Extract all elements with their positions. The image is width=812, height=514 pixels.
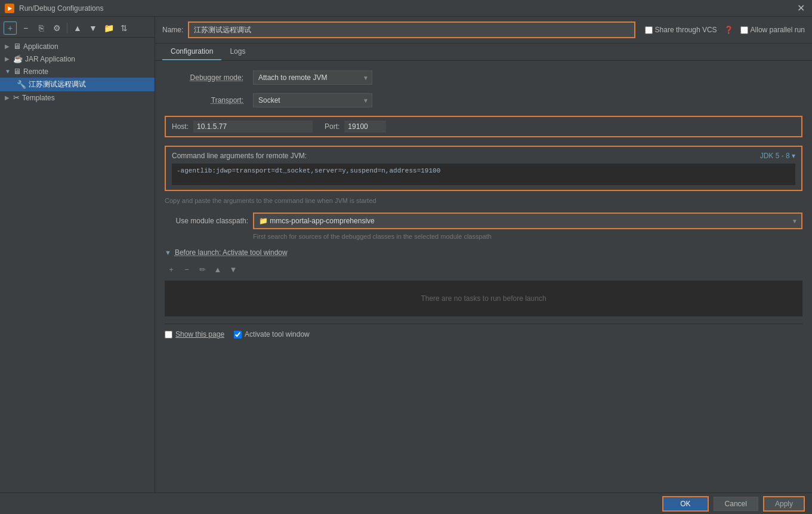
host-label: Host: xyxy=(172,122,189,131)
name-row: Name: xyxy=(162,21,635,38)
templates-label: Templates xyxy=(22,94,55,102)
config-content: Debugger mode: Attach to remote JVM ▼ Tr… xyxy=(155,61,812,493)
before-launch-header: ▼ Before launch: Activate tool window xyxy=(165,248,802,257)
cancel-button[interactable]: Cancel xyxy=(714,497,758,511)
application-label: Application xyxy=(23,42,58,51)
debugger-mode-select[interactable]: Attach to remote JVM xyxy=(253,70,372,85)
show-page-checkbox-wrap[interactable]: Show this page xyxy=(165,330,224,338)
debugger-mode-label: Debugger mode: xyxy=(165,73,248,82)
sort-button[interactable]: ⇅ xyxy=(118,21,131,35)
top-options-bar: Name: Share through VCS ❓ Allow parallel… xyxy=(155,17,812,44)
module-classpath-select[interactable]: 📁 mmcs-portal-app-comprehensive xyxy=(254,214,801,228)
tree-item-application[interactable]: ▶ 🖥 Application xyxy=(0,40,155,53)
bottom-bar: OK Cancel Apply xyxy=(0,493,812,514)
cmd-args-value: -agentlib:jdwp=transport=dt_socket,serve… xyxy=(172,164,795,185)
launch-remove-button[interactable]: − xyxy=(180,263,193,276)
cmd-args-title: Command line arguments for remote JVM: xyxy=(172,152,307,160)
application-icon: 🖥 xyxy=(13,42,21,51)
tree-toolbar: + − ⎘ ⚙ ▲ ▼ 📁 ⇅ xyxy=(0,19,155,38)
share-vcs-checkbox[interactable] xyxy=(645,26,653,34)
module-classpath-select-wrap: 📁 mmcs-portal-app-comprehensive ▼ xyxy=(253,213,802,229)
toolbar-divider xyxy=(67,23,67,33)
tab-logs[interactable]: Logs xyxy=(221,44,254,60)
launch-add-button[interactable]: + xyxy=(165,263,178,276)
share-vcs-label: Share through VCS xyxy=(655,26,717,34)
transport-select-wrap: Socket ▼ xyxy=(253,93,372,107)
name-input[interactable] xyxy=(189,23,634,37)
expand-arrow-application: ▶ xyxy=(5,43,11,50)
module-classpath-row: Use module classpath: 📁 mmcs-portal-app-… xyxy=(165,213,802,229)
allow-parallel-checkbox[interactable] xyxy=(740,26,748,34)
show-page-checkbox[interactable] xyxy=(165,331,172,338)
name-input-wrapper xyxy=(188,21,635,38)
edit-defaults-button[interactable]: ⚙ xyxy=(50,21,63,35)
jar-application-label: JAR Application xyxy=(25,55,75,63)
right-panel: Name: Share through VCS ❓ Allow parallel… xyxy=(155,17,812,493)
left-panel: + − ⎘ ⚙ ▲ ▼ 📁 ⇅ ▶ 🖥 Application ▶ ☕ JAR … xyxy=(0,17,155,493)
debugger-mode-row: Debugger mode: Attach to remote JVM ▼ xyxy=(165,70,802,85)
add-config-button[interactable]: + xyxy=(4,21,17,35)
apply-button[interactable]: Apply xyxy=(763,496,805,512)
copy-config-button[interactable]: ⎘ xyxy=(35,21,48,35)
jdk-select[interactable]: JDK 5 - 8 ▾ xyxy=(760,152,795,160)
host-input[interactable] xyxy=(193,121,313,133)
activate-tool-window-checkbox[interactable] xyxy=(234,331,242,338)
share-vcs-checkbox-wrap[interactable]: Share through VCS xyxy=(645,26,717,34)
transport-row: Transport: Socket ▼ xyxy=(165,93,802,107)
launch-up-button[interactable]: ▲ xyxy=(211,263,224,276)
cmd-args-section: Command line arguments for remote JVM: J… xyxy=(165,146,802,191)
remove-config-button[interactable]: − xyxy=(19,21,32,35)
tree-item-remote-config[interactable]: 🔧 江苏测试远程调试 xyxy=(0,78,155,91)
launch-down-button[interactable]: ▼ xyxy=(227,263,240,276)
name-label: Name: xyxy=(162,26,183,34)
bottom-checkboxes: Show this page Activate tool window xyxy=(165,324,802,344)
port-input[interactable] xyxy=(344,121,386,133)
dialog-body: + − ⎘ ⚙ ▲ ▼ 📁 ⇅ ▶ 🖥 Application ▶ ☕ JAR … xyxy=(0,17,812,493)
remote-label: Remote xyxy=(23,67,48,76)
dialog-title: Run/Debug Configurations xyxy=(19,4,103,13)
activate-tool-window-checkbox-wrap[interactable]: Activate tool window xyxy=(234,330,310,338)
transport-select[interactable]: Socket xyxy=(253,93,372,107)
folders-button[interactable]: 📁 xyxy=(102,21,115,35)
tabs-bar: Configuration Logs xyxy=(155,44,812,61)
no-tasks-hint: There are no tasks to run before launch xyxy=(421,294,546,303)
close-button[interactable]: ✕ xyxy=(795,4,807,13)
launch-edit-button[interactable]: ✏ xyxy=(196,263,209,276)
expand-arrow-jar: ▶ xyxy=(5,56,11,62)
port-label: Port: xyxy=(325,122,339,131)
remote-config-label: 江苏测试远程调试 xyxy=(29,79,86,90)
debugger-mode-select-wrap: Attach to remote JVM ▼ xyxy=(253,70,372,85)
right-options: Share through VCS ❓ Allow parallel run xyxy=(645,26,805,34)
transport-label: Transport: xyxy=(165,96,248,104)
module-hint: First search for sources of the debugged… xyxy=(253,233,802,240)
expand-arrow-templates: ▶ xyxy=(5,94,11,101)
tree-item-remote[interactable]: ▼ 🖥 Remote xyxy=(0,65,155,78)
jar-icon: ☕ xyxy=(13,54,23,63)
host-port-row: Host: Port: xyxy=(165,116,802,137)
tree-item-jar-application[interactable]: ▶ ☕ JAR Application xyxy=(0,53,155,65)
tree-item-templates[interactable]: ▶ ✂ Templates xyxy=(0,91,155,104)
help-icon: ❓ xyxy=(724,26,733,34)
before-launch-title: Before launch: Activate tool window xyxy=(175,248,288,257)
move-up-button[interactable]: ▲ xyxy=(71,21,84,35)
module-classpath-label: Use module classpath: xyxy=(165,217,248,225)
templates-icon: ✂ xyxy=(13,93,20,102)
config-icon: 🔧 xyxy=(17,80,26,89)
allow-parallel-label: Allow parallel run xyxy=(751,26,805,34)
move-down-button[interactable]: ▼ xyxy=(87,21,100,35)
tab-configuration[interactable]: Configuration xyxy=(162,44,221,60)
ok-button[interactable]: OK xyxy=(662,496,708,512)
app-icon: ▶ xyxy=(5,4,14,13)
show-page-label: Show this page xyxy=(175,330,224,338)
title-bar: ▶ Run/Debug Configurations ✕ xyxy=(0,0,812,17)
before-launch-collapse[interactable]: ▼ xyxy=(165,249,171,256)
remote-icon: 🖥 xyxy=(13,67,21,76)
launch-empty-area: There are no tasks to run before launch xyxy=(165,281,802,316)
allow-parallel-checkbox-wrap[interactable]: Allow parallel run xyxy=(740,26,805,34)
copy-hint: Copy and paste the arguments to the comm… xyxy=(165,197,802,204)
launch-toolbar: + − ✏ ▲ ▼ xyxy=(165,263,802,276)
cmd-header: Command line arguments for remote JVM: J… xyxy=(172,152,795,160)
activate-tool-window-label: Activate tool window xyxy=(245,330,310,338)
config-tree: ▶ 🖥 Application ▶ ☕ JAR Application ▼ 🖥 … xyxy=(0,38,155,106)
expand-arrow-remote: ▼ xyxy=(5,68,11,75)
